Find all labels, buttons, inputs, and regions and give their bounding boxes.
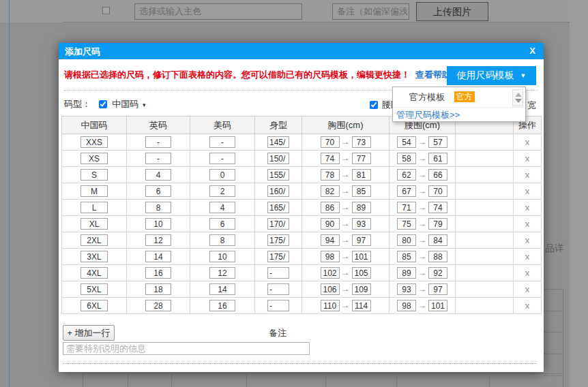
dropdown-item-official-template[interactable]: 官方模板 官方 bbox=[393, 87, 525, 107]
use-size-template-button[interactable]: 使用尺码模板 ▼ bbox=[447, 66, 536, 85]
china-size-checkbox[interactable] bbox=[99, 100, 107, 108]
waist-to-input[interactable] bbox=[428, 153, 447, 164]
uk-size-input[interactable] bbox=[145, 218, 171, 230]
bust-from-input[interactable] bbox=[321, 153, 340, 164]
body-type-input[interactable] bbox=[267, 153, 289, 164]
cn-size-input[interactable] bbox=[80, 251, 108, 262]
cn-size-input[interactable] bbox=[80, 300, 108, 311]
waist-from-input[interactable] bbox=[397, 234, 416, 246]
waist-from-input[interactable] bbox=[397, 283, 416, 295]
manage-size-templates-link[interactable]: 管理尺码模板>> bbox=[393, 107, 525, 121]
bust-from-input[interactable] bbox=[321, 136, 340, 148]
cn-size-input[interactable] bbox=[80, 136, 108, 148]
bust-to-input[interactable] bbox=[352, 267, 371, 279]
cn-size-input[interactable] bbox=[80, 283, 108, 295]
delete-row-button[interactable]: x bbox=[525, 219, 530, 229]
bust-from-input[interactable] bbox=[321, 169, 340, 181]
body-type-input[interactable] bbox=[267, 202, 289, 213]
us-size-input[interactable] bbox=[209, 300, 235, 311]
delete-row-button[interactable]: x bbox=[525, 235, 530, 245]
delete-row-button[interactable]: x bbox=[525, 268, 530, 278]
help-link[interactable]: 查看帮助 bbox=[415, 69, 451, 80]
chevron-down-icon[interactable]: ▾ bbox=[143, 102, 146, 108]
body-type-input[interactable] bbox=[267, 185, 289, 197]
waist-to-input[interactable] bbox=[428, 169, 447, 181]
bust-from-input[interactable] bbox=[321, 283, 340, 295]
waist-to-input[interactable] bbox=[428, 136, 447, 148]
waist-from-input[interactable] bbox=[397, 185, 416, 197]
waist-from-input[interactable] bbox=[397, 153, 416, 164]
body-type-input[interactable] bbox=[267, 251, 289, 262]
waist-to-input[interactable] bbox=[428, 251, 447, 262]
body-type-input[interactable] bbox=[267, 169, 289, 181]
cn-size-input[interactable] bbox=[80, 267, 108, 279]
delete-row-button[interactable]: x bbox=[525, 137, 530, 147]
cn-size-input[interactable] bbox=[80, 153, 108, 164]
bust-from-input[interactable] bbox=[321, 251, 340, 262]
waist-from-input[interactable] bbox=[397, 136, 416, 148]
us-size-input[interactable] bbox=[209, 283, 235, 295]
cn-size-input[interactable] bbox=[80, 218, 108, 230]
waist-to-input[interactable] bbox=[428, 283, 447, 295]
waist-from-input[interactable] bbox=[397, 251, 416, 262]
bust-to-input[interactable] bbox=[352, 185, 371, 197]
body-type-input[interactable] bbox=[267, 300, 289, 311]
bust-from-input[interactable] bbox=[321, 300, 340, 311]
us-size-input[interactable] bbox=[209, 234, 235, 246]
waist-to-input[interactable] bbox=[428, 202, 447, 213]
delete-row-button[interactable]: x bbox=[525, 153, 530, 164]
uk-size-input[interactable] bbox=[145, 300, 171, 311]
bust-to-input[interactable] bbox=[352, 169, 371, 181]
waist-to-input[interactable] bbox=[428, 267, 447, 279]
us-size-input[interactable] bbox=[209, 251, 235, 262]
bust-to-input[interactable] bbox=[352, 218, 371, 230]
us-size-input[interactable] bbox=[209, 202, 235, 213]
bust-to-input[interactable] bbox=[352, 153, 371, 164]
waist-to-input[interactable] bbox=[428, 218, 447, 230]
waist-to-input[interactable] bbox=[428, 234, 447, 246]
body-type-input[interactable] bbox=[267, 283, 289, 295]
bust-to-input[interactable] bbox=[352, 300, 371, 311]
delete-row-button[interactable]: x bbox=[525, 251, 530, 262]
uk-size-input[interactable] bbox=[145, 169, 171, 181]
bust-to-input[interactable] bbox=[352, 283, 371, 295]
waist-from-input[interactable] bbox=[397, 202, 416, 213]
bust-from-input[interactable] bbox=[321, 185, 340, 197]
us-size-input[interactable] bbox=[209, 169, 235, 181]
bust-to-input[interactable] bbox=[352, 251, 371, 262]
uk-size-input[interactable] bbox=[145, 283, 171, 295]
waist-from-input[interactable] bbox=[397, 169, 416, 181]
bust-from-input[interactable] bbox=[321, 267, 340, 279]
waist-from-input[interactable] bbox=[397, 218, 416, 230]
us-size-input[interactable] bbox=[209, 267, 235, 279]
us-size-input[interactable] bbox=[209, 218, 235, 230]
waist-to-input[interactable] bbox=[428, 185, 447, 197]
add-row-button[interactable]: + 增加一行 bbox=[63, 325, 115, 341]
cn-size-input[interactable] bbox=[80, 185, 108, 197]
uk-size-input[interactable] bbox=[145, 185, 171, 197]
cn-size-input[interactable] bbox=[80, 234, 108, 246]
waist-from-input[interactable] bbox=[397, 300, 416, 311]
bust-from-input[interactable] bbox=[321, 202, 340, 213]
bust-from-input[interactable] bbox=[321, 218, 340, 230]
cn-size-input[interactable] bbox=[80, 202, 108, 213]
china-size-label[interactable]: 中国码 bbox=[112, 99, 138, 109]
uk-size-input[interactable] bbox=[145, 234, 171, 246]
bust-to-input[interactable] bbox=[352, 136, 371, 148]
waist-to-input[interactable] bbox=[428, 300, 447, 311]
waist-from-input[interactable] bbox=[397, 267, 416, 279]
delete-row-button[interactable]: x bbox=[525, 186, 530, 196]
delete-row-button[interactable]: x bbox=[525, 170, 530, 180]
bust-to-input[interactable] bbox=[352, 234, 371, 246]
body-type-input[interactable] bbox=[267, 136, 289, 148]
close-icon[interactable]: X bbox=[529, 46, 535, 56]
delete-row-button[interactable]: x bbox=[525, 284, 530, 294]
body-type-input[interactable] bbox=[267, 267, 289, 279]
us-size-input[interactable] bbox=[209, 153, 235, 164]
bust-to-input[interactable] bbox=[352, 202, 371, 213]
waist-checkbox[interactable] bbox=[370, 101, 378, 109]
uk-size-input[interactable] bbox=[145, 251, 171, 262]
cn-size-input[interactable] bbox=[80, 169, 108, 181]
us-size-input[interactable] bbox=[209, 185, 235, 197]
delete-row-button[interactable]: x bbox=[525, 300, 530, 311]
